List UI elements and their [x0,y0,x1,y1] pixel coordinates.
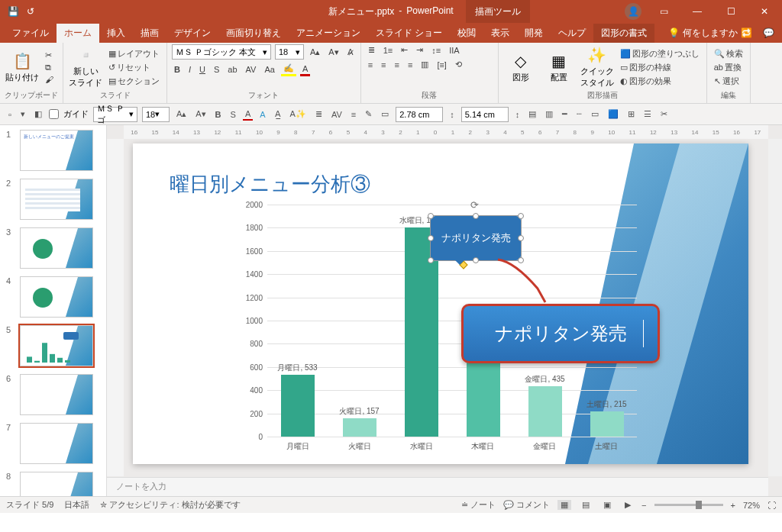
q-eyedrop[interactable]: ✎ [363,108,374,120]
q-bullets[interactable]: ≣ [313,108,325,120]
slide[interactable]: 曜日別メニュー分析③ 月曜日, 533火曜日, 157水曜日, 1804木曜日,… [133,143,748,464]
slideshow-view-icon[interactable]: ▶ [622,500,634,510]
text-direction-icon[interactable]: IIA [447,45,461,56]
replace-button[interactable]: ab 置換 [712,61,745,74]
q-shapefill-icon[interactable]: 🟦 [606,108,621,120]
q-size-combo[interactable]: 18 ▾ [142,107,170,122]
notes-pane[interactable]: ノートを入力 [107,477,768,496]
layout-button[interactable]: ▦ レイアウト [106,47,162,60]
tab-view[interactable]: 表示 [483,24,517,43]
tab-draw[interactable]: 描画 [133,24,166,43]
line-spacing-icon[interactable]: ↕≡ [429,45,443,56]
comments-icon[interactable]: 💬 [763,27,774,38]
clear-format-icon[interactable]: A̷ [345,47,356,58]
q-fontcolor[interactable]: A [243,108,253,121]
qo-icon1[interactable]: ▫ [6,109,14,120]
select-button[interactable]: ↖ 選択 [712,75,745,88]
vertical-scrollbar[interactable] [768,139,782,476]
q-spacing[interactable]: AV [329,109,344,120]
align-center-icon[interactable]: ≡ [379,60,388,70]
guide-checkbox[interactable] [49,109,59,119]
q-align[interactable]: ≡ [349,109,358,120]
italic-button[interactable]: I [186,64,193,75]
slide-thumbnail[interactable] [20,276,93,318]
shape-fill-button[interactable]: 🟦 図形の塗りつぶし [618,47,702,60]
ribbon-display-icon[interactable]: ▭ [652,6,675,17]
fit-window-icon[interactable]: ⛶ [767,501,776,510]
resize-handle[interactable] [428,213,434,219]
normal-view-icon[interactable]: ▦ [557,500,571,510]
undo-icon[interactable]: ↺ [27,6,34,17]
tab-insert[interactable]: 挿入 [99,24,133,43]
align-right-icon[interactable]: ≡ [393,60,402,70]
resize-handle[interactable] [473,257,479,263]
q-bold[interactable]: B [213,109,224,120]
q-width-input[interactable]: 2.78 cm [396,107,443,122]
autosave-icon[interactable]: 💾 [8,6,19,17]
qo-icon3[interactable]: ◧ [32,108,44,120]
slide-indicator[interactable]: スライド 5/9 [6,499,53,511]
numbering-icon[interactable]: 1≡ [381,45,396,56]
justify-icon[interactable]: ≡ [406,60,415,70]
close-icon[interactable]: ✕ [753,6,776,17]
shrink-font-icon[interactable]: A▾ [326,47,341,58]
slide-thumbnail[interactable] [20,179,93,220]
reset-button[interactable]: ↺ リセット [106,61,162,74]
new-slide-button[interactable]: ▫️ 新しい スライド [68,46,103,89]
slide-thumbnail[interactable] [20,374,93,415]
align-text-icon[interactable]: [≡] [435,60,449,70]
maximize-icon[interactable]: ☐ [719,6,742,17]
indent-dec-icon[interactable]: ⇤ [399,44,410,56]
slide-thumbnail[interactable] [20,227,93,269]
tab-shape-format[interactable]: 図形の書式 [593,24,654,43]
q-sendback-icon[interactable]: ▤ [526,108,538,120]
case-button[interactable]: Aa [262,64,276,75]
slide-thumbnail[interactable] [20,423,93,464]
tab-design[interactable]: デザイン [166,24,218,43]
shapes-button[interactable]: ◇図形 [503,52,538,83]
slide-thumbnail[interactable] [20,325,93,366]
resize-handle[interactable] [518,235,524,241]
q-effects[interactable]: A✨ [288,108,309,120]
zoom-out-icon[interactable]: − [641,501,646,510]
q-shapeoutline-icon[interactable]: ▭ [589,108,601,120]
q-strike[interactable]: S [228,109,238,120]
tab-developer[interactable]: 開発 [517,24,551,43]
resize-handle[interactable] [518,213,524,219]
resize-handle[interactable] [473,213,479,219]
language-indicator[interactable]: 日本語 [64,499,89,511]
shadow-button[interactable]: ab [225,64,239,75]
resize-handle[interactable] [428,235,434,241]
copy-icon[interactable]: ⧉ [43,62,56,73]
quick-styles-button[interactable]: ✨クイック スタイル [580,46,615,89]
shape-effects-button[interactable]: ◐ 図形の効果 [618,75,702,88]
q-grow-icon[interactable]: A▴ [174,108,189,120]
reading-view-icon[interactable]: ▣ [600,500,614,510]
share-icon[interactable]: 🔁 [741,27,752,38]
bold-button[interactable]: B [172,64,183,75]
zoom-in-icon[interactable]: + [731,501,735,510]
tab-transitions[interactable]: 画面切り替え [218,24,289,43]
q-textfill[interactable]: A [257,109,267,120]
arrange-button[interactable]: ▦配置 [541,52,577,83]
resize-handle[interactable] [428,257,434,263]
callout-shape-selected[interactable]: ナポリタン発売 ⟳ [431,216,521,260]
paste-button[interactable]: 📋 貼り付け [5,52,40,83]
font-name-combo[interactable]: ＭＳ Ｐゴシック 本文▾ [172,44,271,60]
find-button[interactable]: 🔍 検索 [712,47,745,60]
strike-button[interactable]: S [212,64,221,75]
rotate-handle-icon[interactable]: ⟳ [470,199,479,211]
zoom-slider[interactable] [654,504,723,506]
slide-thumbnail[interactable] [20,472,93,496]
comments-toggle[interactable]: 💬 コメント [503,499,550,511]
slide-thumbnail[interactable]: 新しいメニューのご提案 [20,130,93,171]
tab-slideshow[interactable]: スライド ショー [368,24,450,43]
notes-toggle[interactable]: ≐ ノート [461,499,496,511]
indent-inc-icon[interactable]: ⇥ [414,44,425,56]
q-selection-icon[interactable]: ☰ [641,108,654,120]
minimize-icon[interactable]: — [686,6,709,17]
shape-outline-button[interactable]: ▭ 図形の枠線 [618,61,702,74]
zoom-value[interactable]: 72% [743,501,760,510]
bullets-icon[interactable]: ≣ [366,44,377,56]
q-dash-icon[interactable]: ┄ [574,108,584,120]
